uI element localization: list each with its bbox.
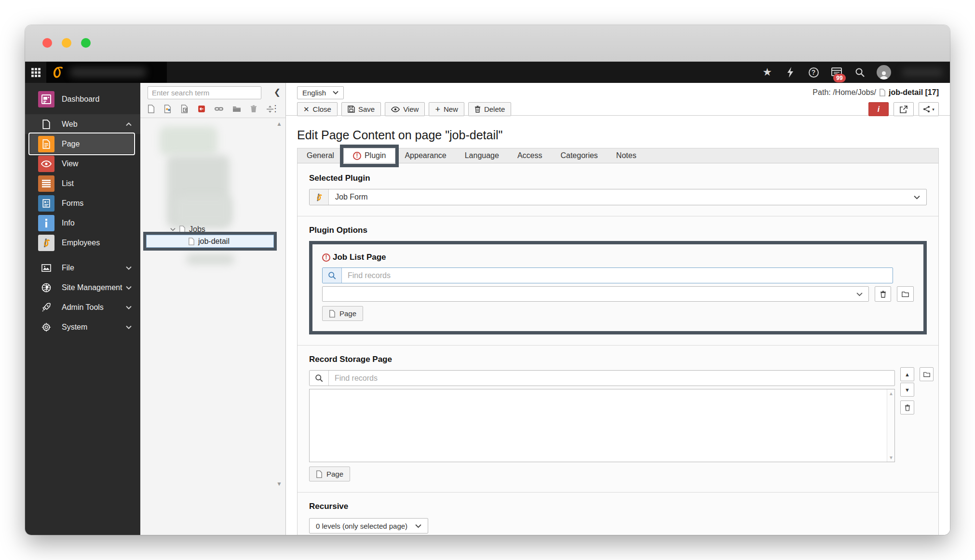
- sidebar-item-label: Web: [62, 120, 78, 129]
- move-up-button[interactable]: ▲: [900, 367, 914, 381]
- sidebar-group-web[interactable]: Web: [25, 114, 140, 134]
- chevron-down-icon: [333, 91, 339, 94]
- trash-icon: [905, 404, 910, 411]
- trash-icon[interactable]: [250, 105, 257, 113]
- chevron-down-icon: [126, 325, 132, 329]
- new-mount-page-icon[interactable]: [181, 105, 189, 113]
- job-list-page-select[interactable]: [322, 286, 869, 302]
- page-button[interactable]: Page: [309, 467, 350, 481]
- sidebar-item-label: List: [62, 179, 74, 188]
- sidebar-item-dashboard[interactable]: Dashboard: [25, 89, 140, 109]
- tree-more-options-icon[interactable]: ⋮: [271, 103, 280, 114]
- tree-scroll-down-icon[interactable]: ▼: [276, 480, 282, 487]
- app-grid-icon[interactable]: [25, 62, 46, 83]
- sidebar-item-forms[interactable]: Forms: [25, 193, 140, 213]
- search-icon[interactable]: [853, 66, 866, 79]
- zoom-window-button[interactable]: [81, 38, 91, 48]
- scroll-up-icon[interactable]: ▲: [889, 391, 894, 396]
- open-documents-icon[interactable]: 99: [830, 66, 843, 79]
- sidebar-item-view[interactable]: View: [25, 154, 140, 173]
- chevron-down-icon: [415, 524, 421, 528]
- language-value: English: [302, 89, 326, 97]
- browse-records-button[interactable]: [897, 286, 914, 302]
- tree-divider: [140, 118, 285, 118]
- link-icon[interactable]: [215, 106, 223, 112]
- page-icon: [188, 238, 195, 245]
- page-title: Edit Page Content on page "job-detail": [297, 128, 939, 142]
- scroll-down-icon[interactable]: ▼: [889, 455, 894, 460]
- typo3-brand[interactable]: [46, 62, 167, 83]
- new-shortcut-page-icon[interactable]: [164, 105, 172, 113]
- tab-plugin[interactable]: ! Plugin: [343, 148, 395, 163]
- section-heading: Plugin Options: [309, 226, 927, 235]
- sidebar-item-list[interactable]: List: [25, 173, 140, 193]
- tab-bar: General ! Plugin Appearance Language Acc…: [297, 148, 939, 163]
- new-spacer-page-icon[interactable]: [198, 105, 205, 113]
- minimize-window-button[interactable]: [62, 38, 71, 48]
- tree-scroll-up-icon[interactable]: ▲: [276, 120, 282, 127]
- language-select[interactable]: English: [297, 86, 344, 99]
- plus-icon: +: [435, 105, 440, 114]
- find-records-input[interactable]: [329, 374, 894, 383]
- view-button[interactable]: View: [385, 102, 425, 116]
- job-list-page-search: [322, 267, 893, 283]
- sidebar-item-label: Site Management: [62, 283, 122, 292]
- share-icon: [923, 106, 930, 113]
- tab-appearance[interactable]: Appearance: [395, 148, 455, 163]
- record-storage-listbox[interactable]: ▲ ▼: [309, 389, 895, 462]
- sidebar-item-label: Dashboard: [62, 95, 99, 104]
- tree-node-job-detail-selected[interactable]: job-detail: [146, 235, 274, 248]
- delete-button[interactable]: Delete: [468, 102, 511, 116]
- recursive-select[interactable]: 0 levels (only selected page): [309, 518, 428, 533]
- close-button[interactable]: ✕ Close: [297, 102, 338, 116]
- sidebar-item-info[interactable]: Info: [25, 213, 140, 233]
- remove-record-button[interactable]: [900, 400, 914, 414]
- selected-plugin-select[interactable]: Job Form: [309, 189, 927, 205]
- listbox-scrollbar[interactable]: ▲ ▼: [887, 389, 894, 462]
- bookmarks-icon[interactable]: ★: [761, 66, 773, 79]
- chevron-down-icon[interactable]: [170, 227, 176, 231]
- tab-access[interactable]: Access: [508, 148, 552, 163]
- move-down-button[interactable]: ▼: [900, 383, 914, 397]
- chevron-down-icon: [126, 266, 132, 270]
- sidebar-item-system[interactable]: System: [25, 317, 140, 337]
- tab-general[interactable]: General: [298, 148, 343, 163]
- save-button[interactable]: Save: [341, 102, 381, 116]
- close-window-button[interactable]: [42, 38, 52, 48]
- user-avatar[interactable]: [877, 65, 891, 80]
- tree-toolbar: [148, 103, 274, 115]
- new-button[interactable]: + New: [429, 102, 464, 116]
- current-page-ref: job-detail [17]: [889, 88, 939, 97]
- open-in-frontend-button[interactable]: [894, 102, 914, 116]
- sidebar-item-employees[interactable]: Employees: [25, 233, 140, 253]
- sidebar-item-page[interactable]: Page: [30, 134, 134, 154]
- share-button[interactable]: ▾: [919, 102, 939, 116]
- sidebar-item-admin-tools[interactable]: Admin Tools: [25, 297, 140, 317]
- section-heading: Recursive: [309, 502, 927, 511]
- remove-selected-button[interactable]: [875, 286, 892, 302]
- window-titlebar: [25, 25, 950, 62]
- clear-cache-icon[interactable]: [784, 66, 797, 79]
- folder-icon[interactable]: [232, 106, 241, 112]
- info-button[interactable]: i: [868, 102, 889, 116]
- sidebar-item-site-management[interactable]: Site Management: [25, 278, 140, 297]
- sidebar-item-label: Admin Tools: [62, 303, 104, 312]
- browse-records-button[interactable]: [920, 367, 934, 381]
- page-tree-panel: ❮ ⋮ Jobs: [140, 83, 286, 535]
- tree-search-input[interactable]: [148, 86, 261, 99]
- file-module-icon: [38, 260, 54, 276]
- collapse-tree-panel-icon[interactable]: ❮: [274, 87, 281, 97]
- page-button[interactable]: Page: [322, 306, 363, 321]
- app-window: ★ ? 99 Dashboard: [25, 25, 950, 535]
- find-records-input[interactable]: [342, 271, 893, 280]
- sidebar-item-file[interactable]: File: [25, 258, 140, 278]
- tab-notes[interactable]: Notes: [607, 148, 646, 163]
- new-page-icon[interactable]: [148, 105, 155, 113]
- tab-language[interactable]: Language: [456, 148, 508, 163]
- tab-categories[interactable]: Categories: [551, 148, 607, 163]
- section-plugin-options: Plugin Options ! Job List Page: [298, 216, 938, 345]
- help-icon[interactable]: ?: [807, 66, 820, 79]
- forms-module-icon: [38, 195, 54, 212]
- selected-plugin-value: Job Form: [329, 193, 374, 201]
- trash-icon: [474, 106, 481, 113]
